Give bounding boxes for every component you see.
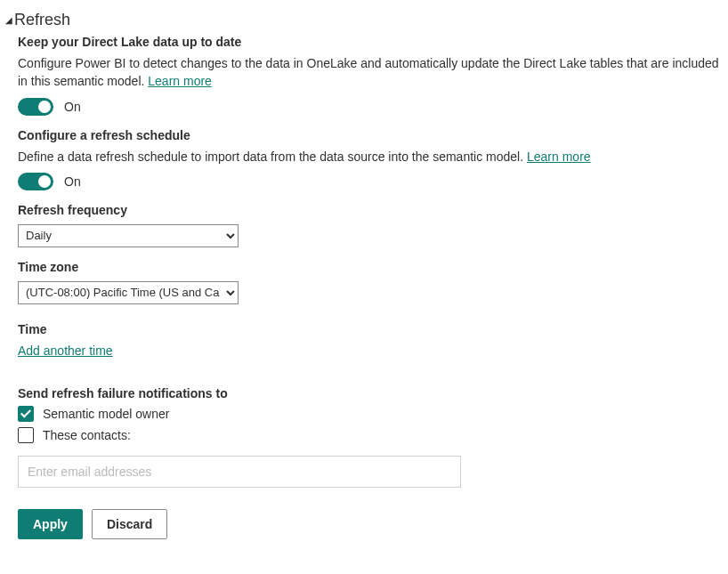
add-time-link[interactable]: Add another time [18, 344, 113, 358]
contacts-email-input[interactable] [18, 456, 461, 488]
notify-contacts-row[interactable]: These contacts: [18, 427, 728, 443]
collapse-triangle-icon: ◢ [5, 16, 12, 25]
frequency-label: Refresh frequency [18, 203, 728, 217]
notify-contacts-label: These contacts: [43, 428, 131, 442]
direct-lake-description-text: Configure Power BI to detect changes to … [18, 56, 719, 88]
notify-contacts-checkbox[interactable] [18, 427, 34, 443]
timezone-select[interactable]: (UTC-08:00) Pacific Time (US and Canada) [18, 281, 239, 304]
notify-owner-checkbox[interactable] [18, 406, 34, 422]
schedule-heading: Configure a refresh schedule [18, 128, 728, 142]
timezone-label: Time zone [18, 260, 728, 274]
schedule-description: Define a data refresh schedule to import… [18, 148, 728, 166]
schedule-learn-more-link[interactable]: Learn more [527, 150, 591, 164]
schedule-description-text: Define a data refresh schedule to import… [18, 150, 527, 164]
direct-lake-toggle-label: On [64, 100, 81, 114]
direct-lake-learn-more-link[interactable]: Learn more [148, 74, 212, 88]
schedule-toggle[interactable] [18, 173, 53, 190]
direct-lake-toggle[interactable] [18, 98, 53, 116]
notify-owner-row[interactable]: Semantic model owner [18, 406, 728, 422]
discard-button[interactable]: Discard [92, 509, 167, 539]
notify-owner-label: Semantic model owner [43, 407, 169, 421]
direct-lake-heading: Keep your Direct Lake data up to date [18, 35, 728, 49]
frequency-select[interactable]: Daily [18, 224, 239, 247]
direct-lake-description: Configure Power BI to detect changes to … [18, 54, 728, 91]
schedule-toggle-label: On [64, 174, 81, 189]
apply-button[interactable]: Apply [18, 509, 83, 539]
section-title: Refresh [14, 11, 70, 29]
time-label: Time [18, 322, 728, 336]
notify-heading: Send refresh failure notifications to [18, 386, 728, 400]
section-header[interactable]: ◢ Refresh [5, 11, 728, 29]
